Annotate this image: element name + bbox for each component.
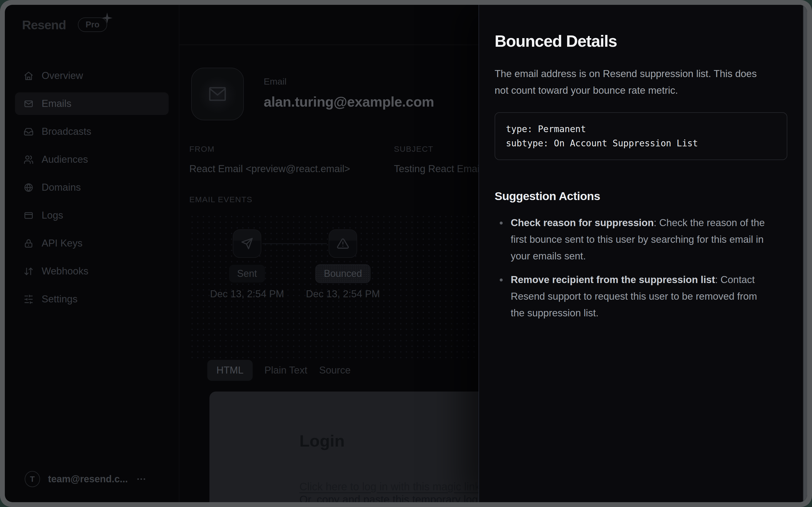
- tab-plain-text[interactable]: Plain Text: [265, 360, 307, 381]
- sidebar-item-label: API Keys: [42, 238, 82, 249]
- plan-badge: Pro: [78, 17, 107, 32]
- avatar: T: [25, 471, 40, 487]
- sidebar-item-api-keys[interactable]: API Keys: [15, 232, 169, 255]
- bounced-event-timestamp: Dec 13, 2:54 PM: [306, 288, 380, 300]
- sidebar-nav: Overview Emails Broadcasts: [15, 64, 169, 316]
- preview-secondary-text: Or, copy and paste this temporary logi: [299, 494, 480, 502]
- sent-event-icon-tile: [233, 229, 261, 258]
- sidebar-item-settings[interactable]: Settings: [15, 288, 169, 311]
- tab-source[interactable]: Source: [319, 360, 350, 381]
- plan-badge-label: Pro: [85, 20, 100, 29]
- subject-column: SUBJECT Testing React Email: [394, 145, 482, 175]
- sidebar-item-emails[interactable]: Emails: [15, 92, 169, 115]
- email-detail-main: Email alan.turing@example.com FROM React…: [179, 5, 483, 502]
- email-html-preview: Login Click here to log in with this mag…: [210, 392, 495, 502]
- suggestion-item: Check reason for suppression: Check the …: [508, 215, 773, 265]
- bounced-details-sheet: Bounced Details The email address is on …: [478, 5, 803, 502]
- sidebar-item-label: Logs: [42, 210, 63, 221]
- suggestions-title: Suggestion Actions: [495, 189, 787, 203]
- sidebar-item-label: Broadcasts: [42, 126, 91, 137]
- window-frame: Resend Pro Overview: [0, 0, 812, 507]
- preview-heading: Login: [299, 431, 345, 450]
- sidebar-item-label: Emails: [42, 98, 71, 109]
- email-kind-label: Email: [264, 76, 434, 87]
- users-icon: [23, 155, 34, 165]
- sent-event-timestamp: Dec 13, 2:54 PM: [210, 288, 284, 300]
- sidebar-item-broadcasts[interactable]: Broadcasts: [15, 120, 169, 143]
- email-meta-row: FROM React Email <preview@react.email> S…: [189, 145, 483, 175]
- main-header: [179, 5, 483, 45]
- account-email: team@resend.c...: [48, 473, 128, 485]
- email-header: Email alan.turing@example.com: [191, 68, 434, 120]
- bounce-subtype-line: subtype: On Account Suppression List: [506, 136, 776, 150]
- inbox-icon: [23, 127, 34, 137]
- ellipsis-icon[interactable]: [136, 474, 147, 485]
- sidebar-item-domains[interactable]: Domains: [15, 176, 169, 199]
- subject-value: Testing React Email: [394, 163, 482, 175]
- magic-link[interactable]: Click here to log in with this magic lin…: [299, 481, 480, 493]
- suggestions-list: Check reason for suppression: Check the …: [495, 215, 787, 322]
- from-column: FROM React Email <preview@react.email>: [189, 145, 394, 175]
- envelope-icon: [206, 82, 229, 106]
- bounced-event-chip[interactable]: Bounced: [316, 265, 370, 282]
- bounce-type-line: type: Permanent: [506, 122, 776, 136]
- account-menu[interactable]: T team@resend.c...: [25, 471, 147, 487]
- scrollbar[interactable]: [803, 5, 807, 502]
- email-events-section: EMAIL EVENTS Sent Bounced: [189, 195, 483, 361]
- sidebar-item-label: Webhooks: [42, 266, 89, 277]
- sidebar-item-label: Audiences: [42, 154, 88, 165]
- from-value: React Email <preview@react.email>: [189, 163, 394, 175]
- alert-triangle-icon: [337, 237, 349, 250]
- bounce-code-block: type: Permanent subtype: On Account Supp…: [495, 112, 787, 160]
- sidebar-item-overview[interactable]: Overview: [15, 64, 169, 87]
- sidebar-item-audiences[interactable]: Audiences: [15, 148, 169, 171]
- sidebar-item-webhooks[interactable]: Webhooks: [15, 260, 169, 282]
- from-label: FROM: [189, 145, 394, 154]
- resend-logo: Resend: [22, 17, 66, 32]
- mail-icon: [23, 99, 34, 109]
- sidebar-item-logs[interactable]: Logs: [15, 204, 169, 227]
- send-icon: [241, 237, 253, 250]
- subject-label: SUBJECT: [394, 145, 482, 154]
- email-address: alan.turing@example.com: [264, 94, 434, 110]
- email-header-text: Email alan.turing@example.com: [264, 68, 434, 120]
- app-window: Resend Pro Overview: [5, 5, 807, 502]
- email-events-label: EMAIL EVENTS: [189, 195, 483, 204]
- preview-tabs: HTML Plain Text Source: [207, 360, 351, 381]
- bounced-event-icon-tile: [329, 229, 357, 258]
- card-icon: [23, 211, 34, 220]
- globe-icon: [23, 183, 34, 192]
- sidebar-item-label: Settings: [42, 293, 77, 305]
- event-connector-line: [263, 243, 327, 244]
- suggestion-title: Check reason for suppression: [511, 217, 654, 228]
- logo-row: Resend Pro: [22, 18, 107, 32]
- home-icon: [23, 71, 34, 81]
- email-events-canvas: Sent Bounced Dec 13, 2:54 PM Dec 13, 2:5…: [189, 214, 483, 361]
- sent-event-chip[interactable]: Sent: [229, 265, 265, 282]
- lock-icon: [23, 238, 34, 248]
- arrows-up-down-icon: [23, 266, 34, 276]
- sliders-icon: [23, 294, 34, 304]
- sidebar-item-label: Domains: [42, 182, 81, 193]
- suggestion-title: Remove recipient from the suppression li…: [511, 274, 715, 285]
- email-type-icon-tile: [191, 68, 244, 120]
- sidebar-item-label: Overview: [42, 70, 83, 81]
- sidebar: Resend Pro Overview: [5, 5, 179, 502]
- sparkle-icon: [101, 12, 113, 24]
- tab-html[interactable]: HTML: [207, 360, 253, 381]
- sheet-title: Bounced Details: [495, 32, 787, 51]
- suggestion-item: Remove recipient from the suppression li…: [508, 272, 773, 322]
- sheet-description: The email address is on Resend suppressi…: [495, 65, 766, 99]
